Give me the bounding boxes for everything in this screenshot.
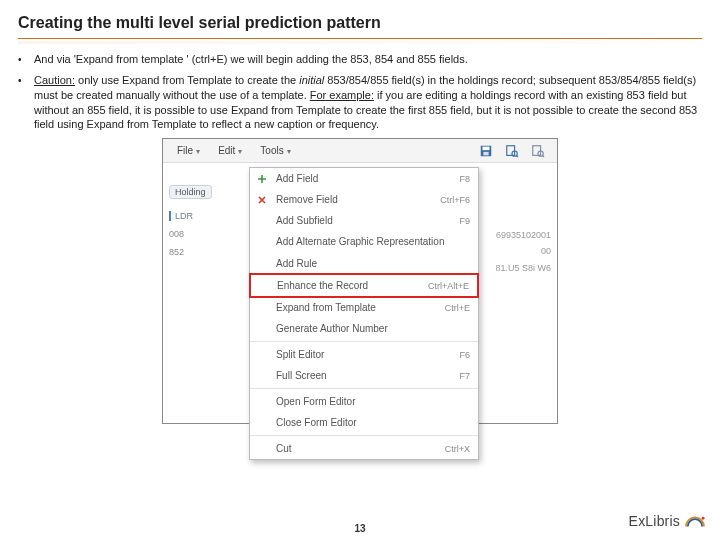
- menu-label: Open Form Editor: [276, 396, 355, 407]
- list-item: • And via 'Expand from template ' (ctrl+…: [18, 52, 702, 67]
- page-title: Creating the multi level serial predicti…: [18, 14, 702, 38]
- shortcut: Ctrl+Alt+E: [418, 281, 469, 291]
- menu-separator: [250, 435, 478, 436]
- shortcut: F7: [449, 371, 470, 381]
- menu-label: Add Rule: [276, 258, 317, 269]
- menu-label: Add Field: [276, 173, 318, 184]
- menu-label: Add Subfield: [276, 215, 333, 226]
- shortcut: F8: [449, 174, 470, 184]
- bullet-text: Caution: only use Expand from Template t…: [34, 73, 702, 132]
- menu-item-cut[interactable]: CutCtrl+X: [250, 438, 478, 459]
- svg-line-8: [542, 155, 544, 157]
- svg-rect-3: [507, 145, 515, 155]
- menu-item-remove-field[interactable]: Remove FieldCtrl+F6: [250, 189, 478, 210]
- shortcut: F9: [449, 216, 470, 226]
- edit-dropdown-menu: Add FieldF8 Remove FieldCtrl+F6 Add Subf…: [249, 167, 479, 460]
- menu-label: Add Alternate Graphic Representation: [276, 236, 444, 248]
- text-span: only use Expand from Template to create …: [75, 74, 299, 86]
- value-text: 69935102001: [495, 227, 551, 243]
- menu-item-generate-author[interactable]: Generate Author Number: [250, 318, 478, 339]
- field-row: 852: [169, 247, 243, 257]
- menu-label: Split Editor: [276, 349, 324, 360]
- close-icon: [256, 194, 268, 206]
- svg-point-9: [702, 517, 705, 520]
- svg-rect-6: [533, 145, 541, 155]
- menu-label: Remove Field: [276, 194, 338, 205]
- menu-label: Enhance the Record: [277, 280, 368, 291]
- menu-separator: [250, 388, 478, 389]
- for-example-label: For example:: [310, 89, 374, 101]
- menu-item-add-alt-graphic[interactable]: Add Alternate Graphic Representation: [250, 231, 478, 253]
- highlighted-menu-item: Enhance the RecordCtrl+Alt+E: [249, 273, 479, 298]
- menu-item-split-editor[interactable]: Split EditorF6: [250, 344, 478, 365]
- menu-item-expand-template[interactable]: Expand from TemplateCtrl+E: [250, 297, 478, 318]
- bullet-dot: •: [18, 52, 34, 67]
- exlibris-logo: ExLibris: [629, 512, 706, 530]
- record-values: 69935102001 00 81.U5 S8i W6: [495, 227, 551, 276]
- value-text: 81.U5 S8i W6: [495, 260, 551, 276]
- caution-label: Caution:: [34, 74, 75, 86]
- menu-item-add-rule[interactable]: Add Rule: [250, 253, 478, 274]
- ldr-row: LDR: [169, 211, 243, 221]
- menu-separator: [250, 341, 478, 342]
- svg-line-5: [516, 155, 518, 157]
- shortcut: F6: [449, 350, 470, 360]
- gradient-bar: [18, 41, 702, 44]
- search-record-icon-2[interactable]: [531, 144, 545, 158]
- logo-text: ExLibris: [629, 513, 680, 529]
- menu-item-full-screen[interactable]: Full ScreenF7: [250, 365, 478, 386]
- italic-word: initial: [299, 74, 324, 86]
- shortcut: Ctrl+E: [435, 303, 470, 313]
- page-number: 13: [0, 523, 720, 534]
- menu-label: Expand from Template: [276, 302, 376, 313]
- embedded-screenshot: File Edit Tools Holding LDR 008 852: [162, 138, 558, 424]
- menu-label: Generate Author Number: [276, 323, 388, 334]
- menu-item-add-subfield[interactable]: Add SubfieldF9: [250, 210, 478, 231]
- app-toolbar: File Edit Tools: [163, 139, 557, 163]
- tools-menu[interactable]: Tools: [252, 143, 298, 158]
- search-record-icon[interactable]: [505, 144, 519, 158]
- svg-rect-1: [483, 146, 490, 150]
- shortcut: Ctrl+F6: [430, 195, 470, 205]
- field-row: 008: [169, 229, 243, 239]
- title-underline: [18, 38, 702, 39]
- save-icon[interactable]: [479, 144, 493, 158]
- menu-item-close-form-editor[interactable]: Close Form Editor: [250, 412, 478, 433]
- file-menu[interactable]: File: [169, 143, 208, 158]
- holding-tab[interactable]: Holding: [169, 185, 212, 199]
- menu-item-enhance-record[interactable]: Enhance the RecordCtrl+Alt+E: [251, 275, 477, 296]
- menu-item-add-field[interactable]: Add FieldF8: [250, 168, 478, 189]
- plus-icon: [256, 173, 268, 185]
- bullet-dot: •: [18, 73, 34, 132]
- record-panel: Holding LDR 008 852: [163, 163, 247, 423]
- menu-label: Cut: [276, 443, 292, 454]
- edit-menu[interactable]: Edit: [210, 143, 250, 158]
- menu-item-open-form-editor[interactable]: Open Form Editor: [250, 391, 478, 412]
- value-text: 00: [495, 243, 551, 259]
- shortcut: Ctrl+X: [435, 444, 470, 454]
- menu-label: Full Screen: [276, 370, 327, 381]
- menu-label: Close Form Editor: [276, 417, 357, 428]
- logo-arc-icon: [684, 512, 706, 530]
- bullet-list: • And via 'Expand from template ' (ctrl+…: [18, 52, 702, 132]
- list-item: • Caution: only use Expand from Template…: [18, 73, 702, 132]
- bullet-text: And via 'Expand from template ' (ctrl+E)…: [34, 52, 702, 67]
- svg-rect-2: [483, 152, 488, 156]
